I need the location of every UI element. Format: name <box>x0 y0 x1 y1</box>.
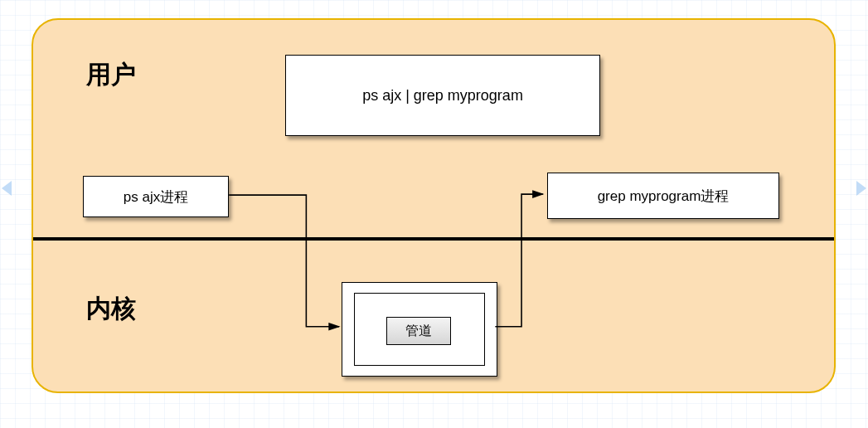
command-box[interactable]: ps ajx | grep myprogram <box>285 55 600 136</box>
user-kernel-divider <box>33 237 834 241</box>
arrow-ps-to-pipe <box>229 195 339 327</box>
command-text: ps ajx | grep myprogram <box>362 87 523 105</box>
pipe-label: 管道 <box>405 323 432 340</box>
kernel-section-title: 内核 <box>86 292 136 326</box>
diagram-panel: 用户 ps ajx | grep myprogram ps ajx进程 grep… <box>32 18 836 393</box>
canvas-handle-left-icon[interactable] <box>2 181 12 196</box>
ps-process-box[interactable]: ps ajx进程 <box>83 176 229 217</box>
pipe-mid-box: 管道 <box>354 293 485 366</box>
arrow-pipe-to-grep <box>495 194 542 327</box>
grep-process-box[interactable]: grep myprogram进程 <box>547 173 779 219</box>
pipe-inner-box: 管道 <box>386 317 451 345</box>
pipe-outer-box[interactable]: 管道 <box>342 282 497 377</box>
grep-process-label: grep myprogram进程 <box>598 187 730 206</box>
user-section-title: 用户 <box>86 58 136 92</box>
ps-process-label: ps ajx进程 <box>124 187 188 207</box>
canvas-handle-right-icon[interactable] <box>856 181 866 196</box>
